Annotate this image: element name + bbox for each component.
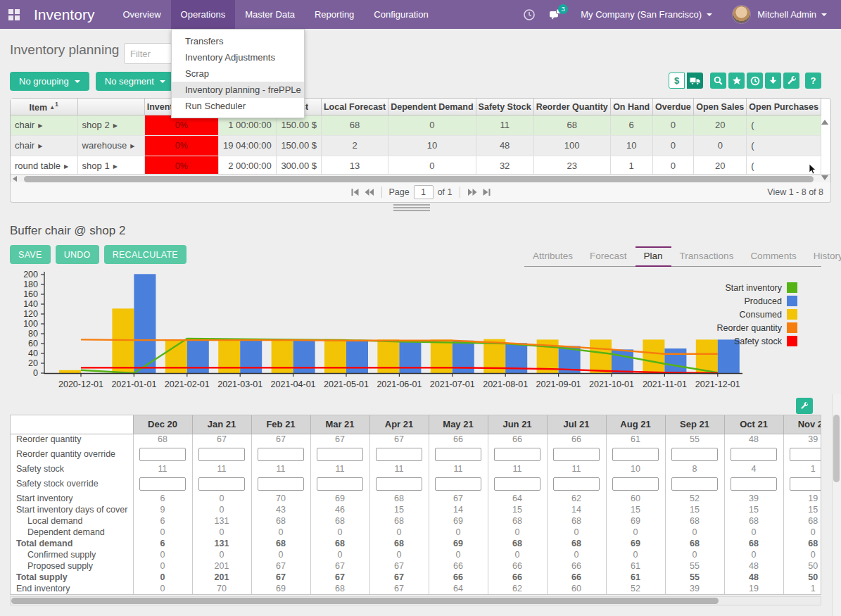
drilldown-arrow-icon[interactable]: ▶: [113, 122, 118, 129]
scrollbar-thumb[interactable]: [11, 598, 719, 604]
favorites-button[interactable]: [728, 73, 745, 89]
override-input[interactable]: [317, 448, 363, 461]
drilldown-arrow-icon[interactable]: ▶: [64, 163, 68, 170]
override-input[interactable]: [258, 477, 304, 491]
override-input[interactable]: [139, 448, 186, 461]
table-row[interactable]: chair▶warehouse▶0%19 04:00:00150.00 $210…: [11, 135, 821, 156]
menu-overview[interactable]: Overview: [113, 0, 170, 29]
legend-item-produced[interactable]: Produced: [717, 294, 797, 308]
search-button[interactable]: [710, 73, 726, 89]
override-input[interactable]: [198, 448, 245, 461]
override-input[interactable]: [139, 477, 186, 491]
scroll-up-arrow-icon[interactable]: [821, 120, 828, 125]
override-input[interactable]: [671, 448, 718, 461]
column-header-safety-stock[interactable]: Safety Stock: [476, 99, 533, 115]
override-input[interactable]: [553, 477, 600, 491]
location-cell[interactable]: warehouse▶: [77, 135, 144, 156]
tab-forecast[interactable]: Forecast: [581, 246, 636, 266]
units-toggle-button[interactable]: [687, 73, 703, 89]
column-header-reorder-quantity[interactable]: Reorder Quantity: [533, 99, 610, 115]
override-input[interactable]: [731, 477, 777, 491]
location-cell[interactable]: shop 1▶: [77, 156, 144, 174]
override-input[interactable]: [435, 477, 481, 491]
item-cell[interactable]: chair▶: [11, 135, 77, 156]
segment-button[interactable]: No segment: [96, 72, 175, 91]
download-button[interactable]: [765, 73, 781, 89]
table-row[interactable]: chair▶shop 2▶0%1 00:00:00150.00 $6801168…: [11, 115, 821, 135]
activities-clock-icon[interactable]: [519, 0, 540, 29]
pivot-horizontal-scrollbar[interactable]: [10, 596, 821, 605]
menu-item-transfers[interactable]: Transfers: [172, 33, 304, 49]
override-input[interactable]: [198, 477, 245, 491]
save-button[interactable]: SAVE: [10, 245, 51, 264]
user-menu[interactable]: Mitchell Admin: [757, 9, 827, 20]
prev-page-button[interactable]: [363, 188, 374, 196]
item-cell[interactable]: round table▶: [11, 156, 77, 174]
grid-vertical-scrollbar[interactable]: [821, 115, 830, 190]
menu-reporting[interactable]: Reporting: [305, 0, 364, 29]
page-number-input[interactable]: [414, 185, 434, 199]
scrollbar-thumb[interactable]: [833, 415, 840, 482]
drilldown-arrow-icon[interactable]: ▶: [38, 122, 42, 129]
scroll-left-arrow-icon[interactable]: [13, 176, 17, 182]
menu-item-scrap[interactable]: Scrap: [172, 65, 304, 82]
messages-icon[interactable]: 3: [545, 0, 567, 29]
column-header-item[interactable]: Item▲1: [11, 99, 77, 115]
tab-attributes[interactable]: Attributes: [524, 246, 581, 266]
legend-item-reorder-quantity[interactable]: Reorder quantity: [717, 321, 797, 334]
override-input[interactable]: [731, 448, 777, 461]
help-button[interactable]: ?: [805, 73, 821, 89]
column-header-overdue[interactable]: Overdue: [652, 99, 694, 115]
menu-configuration[interactable]: Configuration: [364, 0, 438, 29]
apps-menu-icon[interactable]: [0, 0, 28, 29]
company-switcher[interactable]: My Company (San Francisco): [581, 9, 712, 20]
item-cell[interactable]: chair▶: [11, 115, 77, 135]
override-input[interactable]: [317, 477, 363, 491]
next-page-button[interactable]: [467, 188, 478, 196]
override-input[interactable]: [435, 448, 481, 461]
drilldown-arrow-icon[interactable]: ▶: [130, 143, 134, 149]
column-header-on-hand[interactable]: On Hand: [610, 99, 652, 115]
override-input[interactable]: [612, 448, 659, 461]
recent-button[interactable]: [747, 73, 763, 89]
override-input[interactable]: [376, 477, 422, 491]
user-avatar[interactable]: [732, 5, 751, 24]
override-input[interactable]: [258, 448, 304, 461]
customize-button[interactable]: [783, 73, 799, 89]
override-input[interactable]: [376, 448, 422, 461]
undo-button[interactable]: UNDO: [56, 245, 99, 264]
first-page-button[interactable]: [350, 188, 359, 196]
drilldown-arrow-icon[interactable]: ▶: [113, 163, 118, 170]
column-header-local-forecast[interactable]: Local Forecast: [321, 99, 388, 115]
menu-operations[interactable]: Operations: [171, 0, 236, 29]
menu-item-inventory-adjustments[interactable]: Inventory Adjustments: [172, 49, 304, 65]
override-input[interactable]: [553, 448, 600, 461]
pivot-customize-button[interactable]: [796, 398, 813, 414]
menu-item-inventory-planning-frepple[interactable]: Inventory planning - frePPLe: [172, 82, 304, 98]
location-cell[interactable]: shop 2▶: [77, 115, 144, 135]
legend-item-safety-stock[interactable]: Safety stock: [717, 334, 797, 348]
column-header-open-sales[interactable]: Open Sales: [694, 99, 747, 115]
scrollbar-thumb[interactable]: [24, 176, 814, 182]
override-input[interactable]: [671, 477, 718, 491]
override-input[interactable]: [494, 477, 540, 491]
grouping-button[interactable]: No grouping: [10, 72, 89, 91]
resize-grip[interactable]: [393, 204, 430, 213]
tab-plan[interactable]: Plan: [636, 246, 671, 267]
table-row[interactable]: round table▶shop 1▶0%2 00:00:00300.00 $1…: [11, 156, 821, 174]
legend-item-consumed[interactable]: Consumed: [717, 308, 797, 321]
drilldown-arrow-icon[interactable]: ▶: [38, 143, 42, 149]
tab-comments[interactable]: Comments: [742, 246, 804, 266]
tab-transactions[interactable]: Transactions: [671, 246, 742, 266]
currency-toggle-button[interactable]: $: [669, 73, 685, 89]
tab-history[interactable]: History: [805, 246, 841, 266]
column-header-dependent-demand[interactable]: Dependent Demand: [388, 99, 476, 115]
column-header-location[interactable]: [77, 99, 144, 115]
legend-item-start-inventory[interactable]: Start inventory: [717, 281, 797, 294]
page-vertical-scrollbar[interactable]: [832, 394, 841, 616]
override-input[interactable]: [494, 448, 540, 461]
override-input[interactable]: [790, 448, 821, 461]
override-input[interactable]: [612, 477, 659, 491]
menu-master-data[interactable]: Master Data: [235, 0, 305, 29]
last-page-button[interactable]: [482, 188, 491, 196]
